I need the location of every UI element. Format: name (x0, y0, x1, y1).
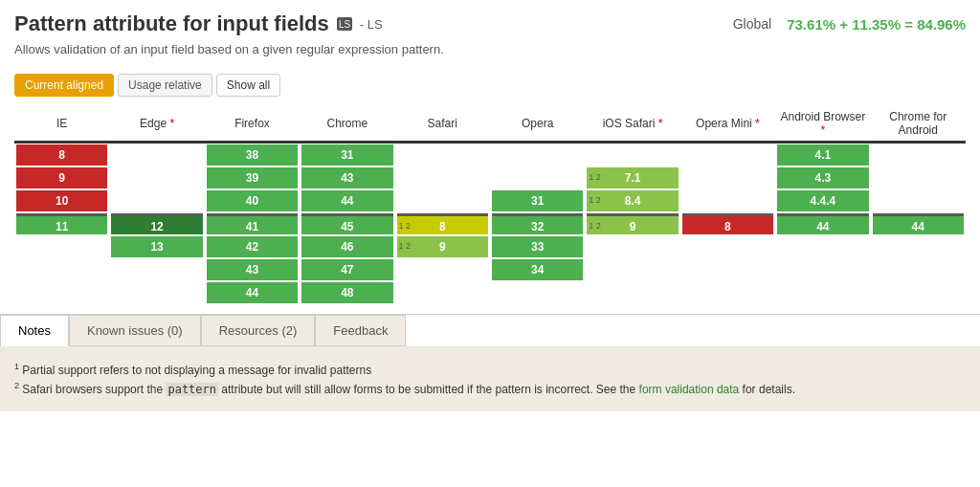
cell-chrome: 43 (300, 166, 394, 189)
cell-chrome: 46 (300, 235, 394, 258)
form-validation-link[interactable]: form validation data (639, 383, 740, 396)
cell-firefox: 42 (205, 235, 300, 258)
version-empty (492, 282, 583, 303)
table-body: 838314.1939431 27.14.3104044311 28.44.4.… (14, 144, 966, 304)
version-value: 42 (207, 236, 298, 257)
cell-opera_mini (680, 258, 775, 281)
version-value: 1 28.4 (587, 190, 678, 211)
version-value: 45 (301, 213, 392, 234)
cell-ie (14, 258, 109, 281)
tab-notes[interactable]: Notes (0, 315, 69, 346)
version-empty (492, 144, 583, 166)
cell-opera_mini (680, 281, 775, 304)
table-row: 104044311 28.44.4.4 (14, 189, 966, 212)
version-empty (587, 259, 678, 280)
version-empty (682, 167, 773, 188)
version-value: 39 (207, 167, 298, 188)
tab-resources[interactable]: Resources (2) (201, 315, 316, 346)
version-value: 44 (207, 282, 298, 303)
cell-chrome: 44 (300, 189, 394, 212)
col-header-opera-mini: Opera Mini * (680, 106, 775, 141)
cell-ie: 11 (14, 212, 109, 235)
version-value: 1 27.1 (587, 167, 678, 188)
cell-edge (109, 189, 204, 212)
current-aligned-button[interactable]: Current aligned (14, 74, 114, 97)
tab-bar: NotesKnown issues (0)Resources (2)Feedba… (0, 314, 980, 346)
version-empty (397, 259, 488, 280)
cell-chrome_android: 44 (871, 212, 966, 235)
cell-ios_safari (585, 258, 679, 281)
version-value: 31 (301, 144, 392, 166)
cell-android_browser: 44 (775, 212, 870, 235)
cell-android_browser: 4.4.4 (775, 189, 870, 212)
version-empty (682, 190, 773, 211)
cell-ios_safari: 1 27.1 (585, 166, 679, 189)
cell-opera_mini (680, 235, 775, 258)
col-header-opera: Opera (490, 106, 585, 141)
cell-opera_mini (680, 189, 775, 212)
version-empty (16, 259, 107, 280)
version-value: 8 (16, 144, 107, 166)
table-row: 939431 27.14.3 (14, 166, 966, 189)
cell-ios_safari: 1 29 (585, 212, 679, 235)
version-value: 12 (111, 213, 202, 234)
version-value: 40 (207, 190, 298, 211)
version-value: 9 (16, 167, 107, 188)
cell-edge: 13 (109, 235, 204, 258)
svg-text:LS: LS (339, 19, 351, 30)
note-2: 2 Safari browsers support the pattern at… (14, 381, 966, 396)
version-value: 46 (301, 236, 392, 257)
version-empty (873, 190, 964, 211)
cell-ie: 8 (14, 144, 109, 166)
version-empty (873, 167, 964, 188)
version-value: 44 (301, 190, 392, 211)
version-empty (587, 282, 678, 303)
cell-ios_safari (585, 235, 679, 258)
version-value: 41 (207, 213, 298, 234)
version-value: 4.4.4 (777, 190, 868, 211)
version-value: 11 (16, 213, 107, 234)
show-all-button[interactable]: Show all (216, 74, 280, 97)
table-row: 111241451 28321 2984444 (14, 212, 966, 235)
col-header-edge: Edge * (109, 106, 204, 141)
notes-section: 1 Partial support refers to not displayi… (0, 346, 980, 411)
cell-opera: 31 (490, 189, 585, 212)
version-value: 4.3 (777, 167, 868, 188)
cell-android_browser (775, 258, 870, 281)
version-empty (682, 259, 773, 280)
version-value: 1 29 (397, 236, 488, 257)
page-title: Pattern attribute for input fields (14, 11, 329, 36)
version-value: 4.1 (777, 144, 868, 166)
version-value: 43 (207, 259, 298, 280)
version-empty (682, 282, 773, 303)
tab-known-issues[interactable]: Known issues (0) (69, 315, 201, 346)
cell-ios_safari (585, 144, 679, 166)
cell-chrome_android (871, 258, 966, 281)
table-row: 838314.1 (14, 144, 966, 166)
version-value: 48 (301, 282, 392, 303)
browser-support-table: IE Edge * Firefox Chrome Safari (14, 106, 966, 304)
usage-relative-button[interactable]: Usage relative (118, 74, 212, 97)
col-header-android-browser: Android Browser * (775, 106, 870, 141)
col-header-firefox: Firefox (205, 106, 300, 141)
global-label: Global (733, 16, 771, 32)
cell-safari (395, 189, 490, 212)
version-empty (777, 259, 868, 280)
version-value: 1 29 (587, 213, 678, 234)
col-header-ie: IE (14, 106, 109, 141)
version-empty (492, 167, 583, 188)
cell-chrome_android (871, 144, 966, 166)
version-value: 44 (873, 213, 964, 234)
table-header-row: IE Edge * Firefox Chrome Safari (14, 106, 966, 141)
cell-firefox: 40 (205, 189, 300, 212)
version-empty (397, 190, 488, 211)
col-header-safari: Safari (395, 106, 490, 141)
version-empty (873, 144, 964, 166)
cell-ios_safari: 1 28.4 (585, 189, 679, 212)
cell-safari: 1 29 (395, 235, 490, 258)
version-empty (397, 282, 488, 303)
tab-feedback[interactable]: Feedback (315, 315, 406, 346)
version-empty (682, 144, 773, 166)
version-empty (111, 282, 202, 303)
version-value: 13 (111, 236, 202, 257)
